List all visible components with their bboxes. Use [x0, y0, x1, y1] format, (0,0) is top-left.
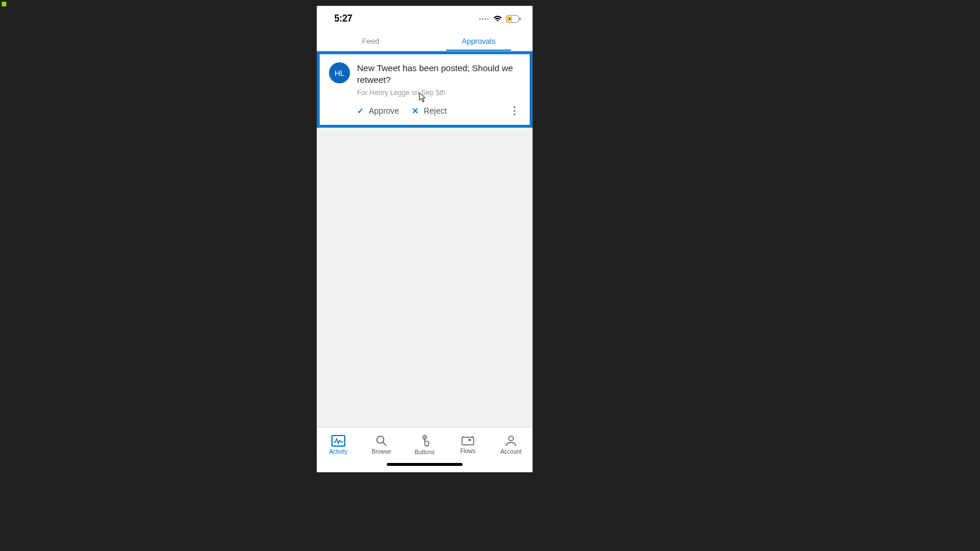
bottom-nav: Activity Browse Buttons Flows Account	[317, 427, 533, 462]
nav-label: Account	[501, 448, 522, 455]
person-icon	[505, 435, 517, 447]
tab-approvals[interactable]: Approvals	[425, 31, 533, 51]
svg-rect-1	[520, 17, 521, 20]
flows-icon	[461, 436, 474, 446]
svg-rect-11	[468, 439, 471, 441]
x-icon: ✕	[412, 106, 419, 115]
reject-label: Reject	[424, 106, 447, 115]
nav-label: Browse	[372, 448, 391, 455]
touch-icon	[419, 434, 430, 447]
status-time: 5:27	[334, 13, 352, 24]
approval-card[interactable]: HL New Tweet has been posted; Should we …	[317, 51, 533, 128]
svg-rect-10	[462, 437, 474, 445]
nav-flows[interactable]: Flows	[446, 427, 489, 462]
avatar: HL	[329, 62, 350, 83]
battery-icon	[506, 15, 521, 23]
reject-button[interactable]: ✕ Reject	[412, 106, 447, 115]
approval-title: New Tweet has been posted; Should we ret…	[357, 62, 520, 86]
status-bar: 5:27 ••••	[317, 6, 533, 31]
content-area: HL New Tweet has been posted; Should we …	[317, 51, 533, 427]
kebab-icon	[513, 106, 516, 115]
search-icon	[376, 435, 387, 447]
svg-line-7	[383, 443, 386, 445]
wifi-icon	[493, 15, 502, 22]
nav-activity[interactable]: Activity	[317, 427, 360, 462]
svg-point-9	[424, 437, 425, 438]
svg-point-3	[513, 106, 515, 108]
approval-meta: For Henry Legge on Sep 5th	[357, 89, 520, 97]
avatar-initials: HL	[335, 69, 345, 78]
cellular-dots-icon: ••••	[479, 16, 489, 22]
activity-icon	[331, 435, 345, 447]
approve-button[interactable]: ✓ Approve	[357, 106, 399, 115]
nav-account[interactable]: Account	[489, 427, 533, 462]
approve-label: Approve	[369, 106, 399, 115]
check-icon: ✓	[357, 106, 364, 115]
top-tabs: Feed Approvals	[317, 31, 533, 51]
svg-point-4	[513, 110, 515, 111]
tab-label: Approvals	[462, 37, 496, 45]
svg-point-6	[377, 436, 384, 443]
more-menu-button[interactable]	[509, 104, 520, 118]
phone-screen: 5:27 •••• Feed Approvals	[317, 6, 533, 472]
tab-feed[interactable]: Feed	[317, 31, 425, 51]
tab-label: Feed	[362, 37, 380, 45]
svg-point-5	[513, 113, 515, 115]
nav-label: Activity	[329, 448, 348, 455]
svg-point-12	[509, 436, 513, 441]
nav-buttons[interactable]: Buttons	[403, 427, 446, 462]
home-indicator[interactable]	[317, 462, 533, 472]
nav-label: Buttons	[415, 449, 435, 455]
status-right: ••••	[479, 15, 521, 23]
nav-browse[interactable]: Browse	[360, 427, 403, 462]
nav-label: Flows	[460, 448, 475, 454]
recording-indicator	[2, 2, 6, 6]
